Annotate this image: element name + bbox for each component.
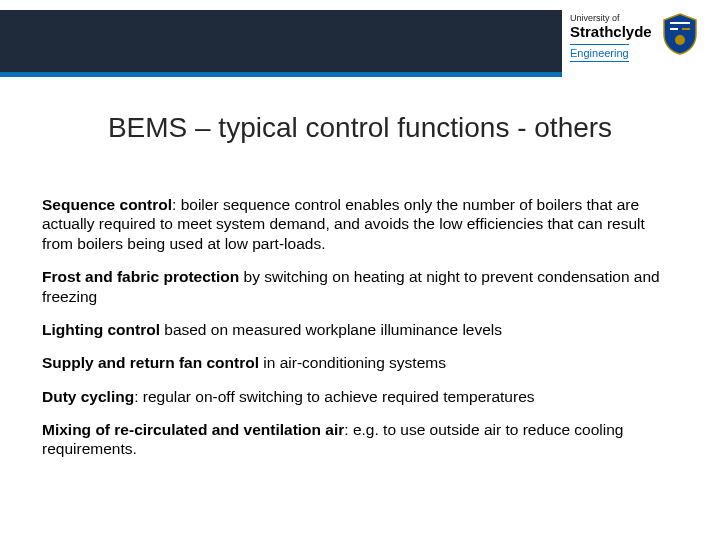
lead: Lighting control: [42, 321, 160, 338]
para-mixing-air: Mixing of re-circulated and ventilation …: [42, 420, 678, 459]
lead: Supply and return fan control: [42, 354, 259, 371]
para-fan-control: Supply and return fan control in air-con…: [42, 353, 678, 372]
slide-title: BEMS – typical control functions - other…: [0, 112, 720, 144]
lead: Duty cycling: [42, 388, 134, 405]
rest: based on measured workplane illuminance …: [160, 321, 502, 338]
header-bar-dark: [0, 10, 562, 72]
slide: University of Strathclyde Engineering BE…: [0, 0, 720, 540]
para-duty-cycling: Duty cycling: regular on-off switching t…: [42, 387, 678, 406]
para-sequence-control: Sequence control: boiler sequence contro…: [42, 195, 678, 253]
svg-rect-1: [670, 28, 678, 30]
svg-point-3: [675, 35, 685, 45]
lead: Mixing of re-circulated and ventilation …: [42, 421, 344, 438]
university-logo: University of Strathclyde Engineering: [570, 12, 700, 62]
svg-rect-2: [682, 28, 690, 30]
rest: : regular on-off switching to achieve re…: [134, 388, 534, 405]
para-frost-protection: Frost and fabric protection by switching…: [42, 267, 678, 306]
lead: Sequence control: [42, 196, 172, 213]
lead: Frost and fabric protection: [42, 268, 239, 285]
svg-rect-0: [670, 22, 690, 24]
para-lighting-control: Lighting control based on measured workp…: [42, 320, 678, 339]
header-bar-accent: [0, 72, 562, 77]
crest-icon: [660, 12, 700, 56]
slide-body: Sequence control: boiler sequence contro…: [42, 195, 678, 473]
rest: in air-conditioning systems: [259, 354, 446, 371]
engineering-label: Engineering: [570, 44, 629, 62]
